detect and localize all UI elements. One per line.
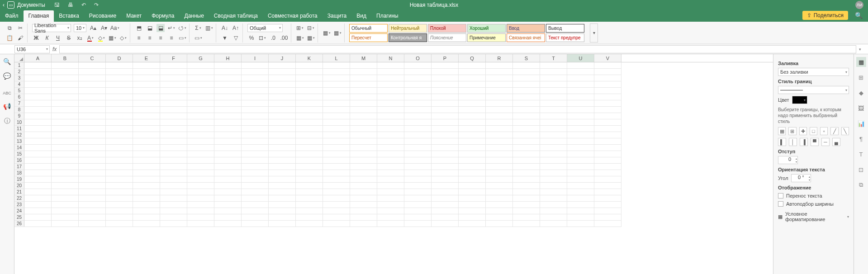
cell[interactable] <box>242 81 269 88</box>
column-header[interactable]: N <box>377 54 404 62</box>
row-header[interactable]: 26 <box>14 221 24 227</box>
cell[interactable] <box>79 164 106 170</box>
cell[interactable] <box>160 138 187 145</box>
cell[interactable] <box>214 151 242 157</box>
cell[interactable] <box>214 138 242 145</box>
fx-icon[interactable]: fx <box>52 46 57 52</box>
conditional-fmt-icon[interactable]: ▦ <box>323 29 331 37</box>
cell[interactable] <box>52 62 79 69</box>
cell[interactable] <box>133 189 160 195</box>
cell[interactable] <box>540 208 567 214</box>
cell[interactable] <box>594 208 621 214</box>
cell[interactable] <box>24 157 52 164</box>
cell[interactable] <box>459 221 486 227</box>
cell[interactable] <box>133 208 160 214</box>
cell[interactable] <box>513 214 540 221</box>
cell[interactable] <box>187 145 214 151</box>
cell[interactable] <box>79 176 106 183</box>
cell[interactable] <box>160 170 187 176</box>
cell[interactable] <box>513 126 540 132</box>
strikethrough-icon[interactable]: S <box>65 34 73 42</box>
cell[interactable] <box>133 62 160 69</box>
cell[interactable] <box>432 69 459 75</box>
cell[interactable] <box>350 170 377 176</box>
cell[interactable] <box>24 189 52 195</box>
cell[interactable] <box>160 100 187 107</box>
cell[interactable] <box>540 126 567 132</box>
column-header[interactable]: U <box>567 54 594 62</box>
cell[interactable] <box>269 62 296 69</box>
cell[interactable] <box>52 195 79 202</box>
cell[interactable] <box>214 69 242 75</box>
cell[interactable] <box>404 208 432 214</box>
cell[interactable] <box>79 119 106 126</box>
styles-more-button[interactable]: ▾ <box>590 24 598 43</box>
cell[interactable] <box>486 189 513 195</box>
cell[interactable] <box>79 126 106 132</box>
cell[interactable] <box>432 208 459 214</box>
cell[interactable] <box>214 164 242 170</box>
cell[interactable] <box>269 221 296 227</box>
cell[interactable] <box>106 94 133 100</box>
cell[interactable] <box>377 157 404 164</box>
row-header[interactable]: 15 <box>14 151 24 157</box>
cell[interactable] <box>269 214 296 221</box>
column-header[interactable]: B <box>52 54 79 62</box>
cell[interactable] <box>540 170 567 176</box>
cell[interactable] <box>160 176 187 183</box>
cell[interactable] <box>486 94 513 100</box>
cell[interactable] <box>160 132 187 138</box>
cell[interactable] <box>242 119 269 126</box>
cell[interactable] <box>594 202 621 208</box>
underline-icon[interactable]: Ч <box>54 34 62 42</box>
cell[interactable] <box>540 151 567 157</box>
cell[interactable] <box>106 100 133 107</box>
cell[interactable] <box>24 145 52 151</box>
border-all-icon[interactable]: ⊞ <box>788 127 796 135</box>
cell[interactable] <box>567 170 594 176</box>
column-header[interactable]: K <box>296 54 323 62</box>
cell[interactable] <box>486 138 513 145</box>
cell[interactable] <box>269 126 296 132</box>
cell[interactable] <box>432 138 459 145</box>
cell[interactable] <box>133 81 160 88</box>
align-middle-icon[interactable]: ⬓ <box>146 24 154 32</box>
cell[interactable] <box>404 100 432 107</box>
table-settings-tab-icon[interactable]: ⊞ <box>856 72 866 82</box>
cell[interactable] <box>567 189 594 195</box>
menu-файл[interactable]: Файл <box>0 10 24 22</box>
cell[interactable] <box>540 221 567 227</box>
menu-вид[interactable]: Вид <box>351 10 371 22</box>
cell[interactable] <box>269 164 296 170</box>
cell[interactable] <box>296 189 323 195</box>
row-header[interactable]: 19 <box>14 176 24 183</box>
cell[interactable] <box>133 214 160 221</box>
cell[interactable] <box>269 69 296 75</box>
shrink-to-fit-checkbox[interactable]: Автоподбор ширины <box>778 201 849 207</box>
row-header[interactable]: 5 <box>14 88 24 94</box>
row-header[interactable]: 21 <box>14 189 24 195</box>
cell[interactable] <box>52 81 79 88</box>
cell[interactable] <box>296 164 323 170</box>
cell[interactable] <box>52 107 79 113</box>
row-header[interactable]: 1 <box>14 62 24 69</box>
cell[interactable] <box>269 88 296 94</box>
cell[interactable] <box>377 94 404 100</box>
cell[interactable] <box>269 132 296 138</box>
cell[interactable] <box>432 132 459 138</box>
cell[interactable] <box>214 202 242 208</box>
cell[interactable] <box>296 221 323 227</box>
cell[interactable] <box>459 100 486 107</box>
cell[interactable] <box>594 189 621 195</box>
cell[interactable] <box>242 221 269 227</box>
undo-icon[interactable]: ↶ <box>81 2 86 8</box>
cell[interactable] <box>187 113 214 119</box>
cell[interactable] <box>594 69 621 75</box>
cell[interactable] <box>52 145 79 151</box>
cell[interactable] <box>160 208 187 214</box>
cell[interactable] <box>24 170 52 176</box>
cell[interactable] <box>540 183 567 189</box>
cell[interactable] <box>133 75 160 81</box>
style-chip[interactable]: Обычный <box>349 24 388 33</box>
cell[interactable] <box>106 183 133 189</box>
